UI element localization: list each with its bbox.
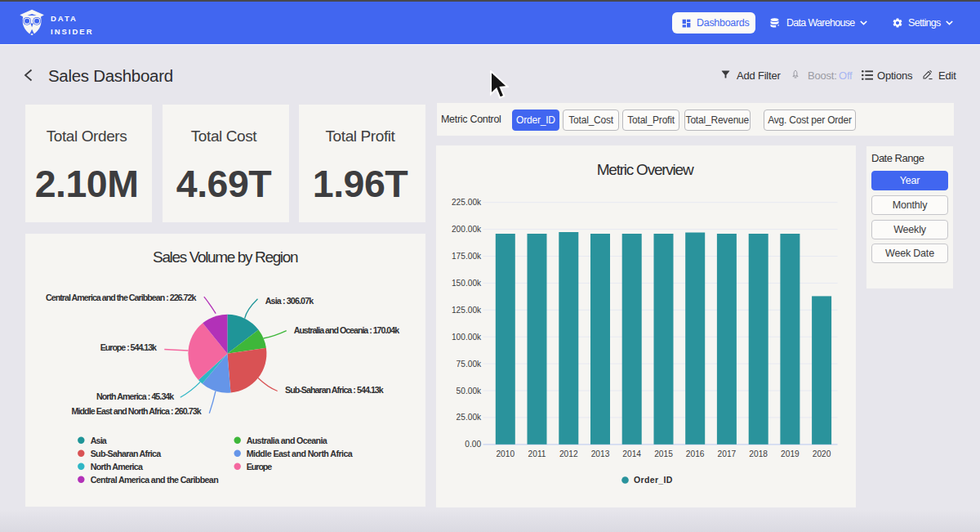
svg-text:Asia: Asia [91, 436, 108, 445]
svg-text:Sales Volume by Region: Sales Volume by Region [153, 248, 298, 266]
svg-text:2020: 2020 [813, 449, 831, 458]
svg-text:2012: 2012 [559, 449, 578, 458]
svg-text:2016: 2016 [686, 449, 705, 458]
svg-text:Central America and the Caribb: Central America and the Caribbean : 226.… [46, 293, 196, 302]
svg-text:225.00k: 225.00k [452, 198, 482, 207]
svg-text:Metric Overview: Metric Overview [597, 161, 694, 178]
svg-text:Sub-Saharan Africa: Sub-Saharan Africa [91, 449, 163, 458]
svg-text:25.00k: 25.00k [457, 413, 482, 422]
svg-text:2019: 2019 [781, 449, 800, 458]
svg-text:200.00k: 200.00k [452, 225, 482, 234]
svg-text:Europe : 544.13k: Europe : 544.13k [100, 342, 157, 352]
svg-text:Europe: Europe [247, 462, 273, 472]
svg-text:100.00k: 100.00k [452, 333, 482, 342]
svg-text:2015: 2015 [654, 449, 673, 458]
svg-text:2014: 2014 [622, 449, 641, 458]
svg-text:75.00k: 75.00k [457, 360, 482, 369]
svg-text:2010: 2010 [496, 449, 514, 458]
svg-text:50.00k: 50.00k [457, 387, 482, 396]
svg-text:Asia : 306.07k: Asia : 306.07k [265, 296, 314, 306]
svg-text:Central America and the Caribb: Central America and the Caribbean [91, 475, 219, 485]
svg-text:Sub-Saharan Africa : 544.13k: Sub-Saharan Africa : 544.13k [285, 385, 384, 395]
svg-text:North America: North America [91, 462, 144, 472]
svg-text:Australia and Oceania : 170.04: Australia and Oceania : 170.04k [294, 325, 399, 335]
svg-text:150.00k: 150.00k [452, 279, 482, 288]
svg-text:0.00: 0.00 [465, 440, 481, 449]
svg-text:Middle East and North Africa: Middle East and North Africa [247, 449, 354, 458]
svg-text:175.00k: 175.00k [452, 252, 482, 261]
svg-text:2011: 2011 [528, 449, 546, 458]
svg-text:North America : 45.34k: North America : 45.34k [96, 391, 174, 401]
svg-text:125.00k: 125.00k [452, 306, 482, 315]
svg-text:2018: 2018 [749, 449, 768, 458]
svg-text:Australia and Oceania: Australia and Oceania [247, 436, 328, 445]
svg-text:2017: 2017 [718, 449, 737, 458]
svg-text:Order_ID: Order_ID [634, 475, 673, 485]
svg-text:2013: 2013 [591, 449, 610, 458]
svg-text:Middle East and North Africa :: Middle East and North Africa : 260.73k [72, 406, 202, 416]
